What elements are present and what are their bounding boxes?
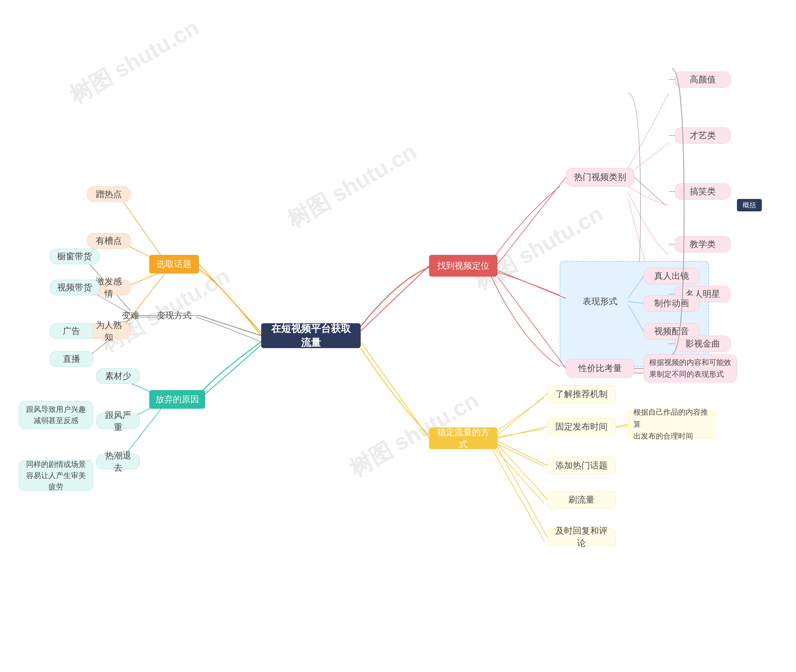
wendingliuliang-label: 稳定流量的方式	[435, 426, 492, 450]
fangqi-label: 放弃的原因	[155, 393, 199, 405]
biaxian-node: 变现方式	[149, 308, 199, 323]
gudingfabu-node: 固定发布时间	[547, 418, 616, 435]
svg-line-43	[498, 442, 547, 465]
svg-line-51	[361, 342, 429, 438]
hottype-label: 热门视频类别	[574, 171, 626, 183]
jiaoxuelei-label: 教学类	[690, 238, 716, 250]
biandan-label: 变难	[122, 309, 139, 322]
gaoxiaolei-label: 搞笑类	[690, 185, 716, 197]
youcaodian-label: 有槽点	[96, 235, 122, 247]
svg-line-20	[491, 442, 544, 466]
svg-line-50	[361, 266, 429, 331]
zhaoshipin-label: 找到视频定位	[437, 259, 489, 272]
gailuo-node: 概括	[737, 199, 762, 211]
liaojietuijian-node: 了解推荐机制	[547, 386, 616, 403]
cengredian-label: 蹭热点	[96, 188, 122, 200]
rechaotui-node: 热潮退去	[96, 454, 140, 469]
xingjiabi-node: 性价比考量	[566, 359, 634, 378]
biandan-node: 变难	[112, 308, 149, 323]
gaoyanzhi-label: 高颜值	[690, 74, 716, 85]
svg-line-34	[498, 177, 566, 264]
genfengyan-label: 跟风严重	[102, 409, 134, 433]
gailuo-label: 概括	[743, 200, 756, 210]
jishihuifu-node: 及时回复和评论	[547, 528, 616, 546]
rechaotui-note: 同样的剧情或场景容易让人产生审美疲劳	[19, 460, 93, 491]
svg-line-46	[616, 424, 628, 426]
shualiuliang-label: 刷流量	[569, 494, 594, 506]
cailiao-label: 素材少	[105, 370, 131, 382]
weirenshoufan-node: 为人熟知	[87, 323, 131, 339]
rechaotui-note-label: 同样的剧情或场景容易让人产生审美疲劳	[24, 459, 87, 492]
shipindaihuo-label: 视频带货	[57, 281, 92, 293]
genfeng-note: 跟风导致用户兴趣减弱甚至反感	[19, 401, 93, 429]
cailiashao-node: 素材少	[96, 368, 140, 384]
shipindaihuo-node: 视频带货	[50, 280, 99, 295]
genfeng-note-label: 跟风导致用户兴趣减弱甚至反感	[24, 404, 87, 426]
biaoxian-label: 表现形式	[583, 295, 618, 307]
zhaoshipin-node: 找到视频定位	[429, 255, 498, 277]
guanggao-node: 广告	[50, 323, 93, 339]
svg-line-18	[491, 398, 544, 435]
svg-line-35	[498, 270, 566, 298]
wendingliuliang-node: 稳定流量的方式	[429, 427, 498, 449]
svg-line-0	[121, 199, 165, 261]
zhibo-label: 直播	[63, 353, 80, 365]
genfengyan-node: 跟风严重	[96, 413, 140, 429]
xingjiabi-note: 根据视频的内容和可能效 果制定不同的表现形式	[644, 354, 737, 382]
rechaotui-label: 热潮退去	[102, 450, 134, 474]
caiyilei-label: 才艺类	[690, 129, 716, 141]
hottype-node: 热门视频类别	[566, 168, 634, 187]
svg-line-36	[498, 277, 566, 368]
guanggao-label: 广告	[63, 325, 80, 337]
svg-line-21	[491, 445, 544, 504]
guding-note-label: 根据自己作品的内容推算 出发布的合理时间	[633, 406, 710, 442]
shualiuliang-node: 刷流量	[547, 491, 616, 508]
svg-line-49	[199, 345, 261, 399]
center-node: 在短视频平台获取流量	[261, 323, 361, 348]
bianxian-label: 变现方式	[157, 309, 192, 322]
guding-note: 根据自己作品的内容推算 出发布的合理时间	[628, 410, 715, 438]
tianjiaredian-label: 添加热门话题	[555, 459, 607, 472]
gudingfabu-label: 固定发布时间	[555, 421, 607, 433]
tianjiaredian-node: 添加热门话题	[547, 457, 616, 474]
yingshijinqu-label: 影视金曲	[685, 338, 720, 350]
svg-line-22	[491, 448, 544, 541]
svg-line-44	[498, 445, 547, 499]
svg-line-48	[199, 315, 261, 336]
cengredian-node: 蹭热点	[87, 187, 131, 202]
center-label: 在短视频平台获取流量	[270, 322, 352, 350]
xuanqu-node: 选取话题	[149, 255, 199, 274]
svg-line-45	[498, 448, 547, 537]
svg-line-42	[498, 426, 547, 438]
xingjiabi-label: 性价比考量	[578, 362, 622, 374]
xuanqu-label: 选取话题	[157, 258, 192, 270]
chuchuang-label: 橱窗带货	[57, 250, 92, 262]
zhibo-node: 直播	[50, 351, 93, 367]
chuchuang-node: 橱窗带货	[50, 249, 99, 264]
watermark-2: 树图 shutu.cn	[282, 137, 422, 235]
liaojietuijian-label: 了解推荐机制	[555, 388, 607, 400]
watermark-1: 树图 shutu.cn	[64, 13, 204, 110]
svg-line-41	[498, 394, 547, 435]
biaoxian-node: 表现形式	[572, 292, 628, 311]
svg-line-47	[199, 264, 261, 333]
svg-line-33	[634, 177, 665, 205]
jishihuifu-label: 及时回复和评论	[553, 525, 610, 549]
xingjiabi-note-label: 根据视频的内容和可能效 果制定不同的表现形式	[649, 357, 731, 381]
svg-line-19	[491, 429, 544, 438]
youcaodian-node: 有槽点	[87, 233, 131, 249]
bracket-svg	[665, 69, 690, 354]
fangqi-node: 放弃的原因	[149, 390, 205, 409]
